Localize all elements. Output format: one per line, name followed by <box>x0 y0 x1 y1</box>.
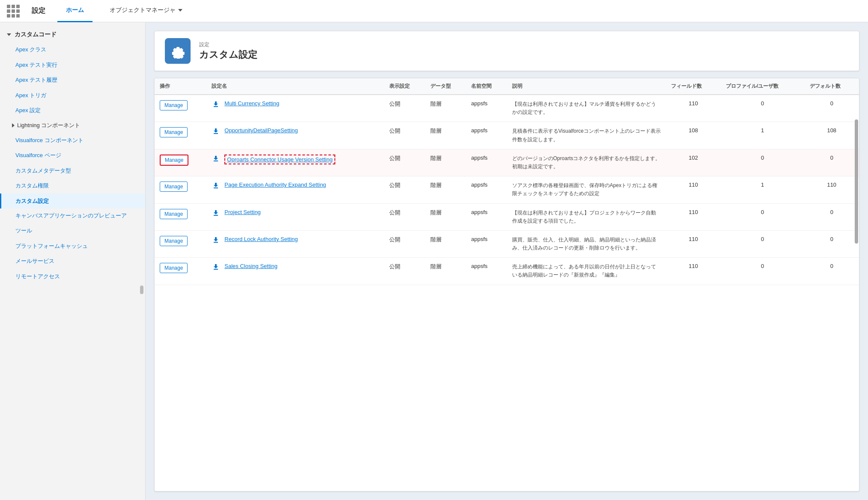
action-cell: Manage <box>155 122 206 149</box>
sidebar-item-tools[interactable]: ツール <box>0 223 145 238</box>
setting-name-link[interactable]: Page Execution Authority Expand Setting <box>224 182 326 188</box>
download-icon[interactable] <box>212 182 220 190</box>
sidebar-item-apex-trigger[interactable]: Apex トリガ <box>0 88 145 103</box>
sidebar-item-visualforce-component[interactable]: Visualforce コンポーネント <box>0 133 145 148</box>
fieldcount-cell: 110 <box>666 230 720 257</box>
col-visibility: 表示設定 <box>384 78 425 95</box>
datatype-cell: 階層 <box>425 203 466 230</box>
profilecount-cell: 0 <box>721 258 805 285</box>
action-cell: Manage <box>155 203 206 230</box>
manage-button[interactable]: Manage <box>160 209 188 219</box>
collapse-icon <box>12 123 15 128</box>
sidebar-item-visualforce-page[interactable]: Visualforce ページ <box>0 148 145 163</box>
datatype-cell: 階層 <box>425 149 466 176</box>
setting-name-link[interactable]: OpportunityDetailPageSetting <box>224 127 298 134</box>
name-cell: Sales Closing Setting <box>206 258 384 285</box>
defaultcount-cell: 0 <box>805 258 859 285</box>
sidebar-item-platform-cache[interactable]: プラットフォームキャッシュ <box>0 238 145 254</box>
datatype-cell: 階層 <box>425 230 466 257</box>
manage-button[interactable]: Manage <box>160 127 188 137</box>
manage-button[interactable]: Manage <box>160 100 188 110</box>
fieldcount-cell: 102 <box>666 149 720 176</box>
manage-button[interactable]: Manage <box>160 236 188 246</box>
sidebar-item-canvas-preview[interactable]: キャンバスアプリケーションのプレビューア <box>0 208 145 223</box>
fieldcount-cell: 110 <box>666 176 720 203</box>
scrollbar[interactable] <box>855 119 858 243</box>
col-namespace: 名前空間 <box>466 78 507 95</box>
table-row: ManageOproarts Connector Usage Version S… <box>155 149 859 176</box>
description-cell: 売上締め機能によって、ある年月以前の日付が計上日となっている納品明細レコードの『… <box>507 258 666 285</box>
fieldcount-cell: 110 <box>666 203 720 230</box>
col-name: 設定名 <box>206 78 384 95</box>
chevron-down-icon <box>178 9 182 12</box>
tab-home[interactable]: ホーム <box>57 0 92 22</box>
namespace-cell: appsfs <box>466 230 507 257</box>
defaultcount-cell: 0 <box>805 230 859 257</box>
main-container: カスタムコード Apex クラス Apex テスト実行 Apex テスト履歴 A… <box>0 22 868 500</box>
action-cell: Manage <box>155 95 206 122</box>
datatype-cell: 階層 <box>425 122 466 149</box>
page-icon <box>165 38 191 64</box>
apps-menu-button[interactable] <box>7 5 20 18</box>
download-icon[interactable] <box>212 209 220 217</box>
col-datatype: データ型 <box>425 78 466 95</box>
col-description: 説明 <box>507 78 666 95</box>
tab-object-manager[interactable]: オブジェクトマネージャ <box>101 0 191 22</box>
setting-name-link[interactable]: Oproarts Connector Usage Version Setting <box>224 155 335 164</box>
setting-name-link[interactable]: Record Lock Authority Setting <box>224 236 298 242</box>
name-cell: Multi Currency Setting <box>206 95 384 122</box>
visibility-cell: 公開 <box>384 203 425 230</box>
sidebar-item-apex-class[interactable]: Apex クラス <box>0 42 145 57</box>
namespace-cell: appsfs <box>466 176 507 203</box>
top-navigation: 設定 ホーム オブジェクトマネージャ <box>0 0 868 22</box>
sidebar: カスタムコード Apex クラス Apex テスト実行 Apex テスト履歴 A… <box>0 22 146 500</box>
download-icon[interactable] <box>212 236 220 244</box>
sidebar-item-lightning-component[interactable]: Lightning コンポーネント <box>0 118 145 133</box>
name-cell: Oproarts Connector Usage Version Setting <box>206 149 384 176</box>
settings-table-container: 操作 設定名 表示設定 データ型 名前空間 説明 フィールド数 プロファイル/ユ… <box>154 78 859 491</box>
manage-button[interactable]: Manage <box>160 155 188 166</box>
table-row: ManageOpportunityDetailPageSetting公開階層ap… <box>155 122 859 149</box>
defaultcount-cell: 0 <box>805 95 859 122</box>
sidebar-item-remote-access[interactable]: リモートアクセス <box>0 269 145 284</box>
sidebar-item-apex-settings[interactable]: Apex 設定 <box>0 103 145 118</box>
namespace-cell: appsfs <box>466 203 507 230</box>
namespace-cell: appsfs <box>466 258 507 285</box>
profilecount-cell: 1 <box>721 122 805 149</box>
sidebar-item-email-service[interactable]: メールサービス <box>0 253 145 269</box>
sidebar-item-apex-test-history[interactable]: Apex テスト履歴 <box>0 72 145 88</box>
sidebar-section-custom-code[interactable]: カスタムコード <box>0 27 145 42</box>
defaultcount-cell: 108 <box>805 122 859 149</box>
visibility-cell: 公開 <box>384 176 425 203</box>
page-header: 設定 カスタム設定 <box>154 31 859 71</box>
fieldcount-cell: 108 <box>666 122 720 149</box>
table-header-row: 操作 設定名 表示設定 データ型 名前空間 説明 フィールド数 プロファイル/ユ… <box>155 78 859 95</box>
sidebar-item-custom-metadata[interactable]: カスタムメタデータ型 <box>0 163 145 179</box>
name-cell: OpportunityDetailPageSetting <box>206 122 384 149</box>
download-icon[interactable] <box>212 100 220 109</box>
manage-button[interactable]: Manage <box>160 182 188 192</box>
action-cell: Manage <box>155 258 206 285</box>
sidebar-item-custom-settings[interactable]: カスタム設定 <box>0 193 145 209</box>
description-cell: どのバージョンのOproartsコネクタを利用するかを指定します。初期は未設定で… <box>507 149 666 176</box>
table-row: ManageMulti Currency Setting公開階層appsfs【現… <box>155 95 859 122</box>
table-row: ManageSales Closing Setting公開階層appsfs売上締… <box>155 258 859 285</box>
visibility-cell: 公開 <box>384 230 425 257</box>
name-cell: Page Execution Authority Expand Setting <box>206 176 384 203</box>
setting-name-link[interactable]: Multi Currency Setting <box>224 100 279 107</box>
description-cell: 購買、販売、仕入、仕入明細、納品、納品明細といった納品済み、仕入済みのレコードの… <box>507 230 666 257</box>
download-icon[interactable] <box>212 127 220 136</box>
table-row: ManageProject Setting公開階層appsfs【現在は利用されて… <box>155 203 859 230</box>
manage-button[interactable]: Manage <box>160 263 188 273</box>
content-area: 設定 カスタム設定 操作 設定名 表示設定 データ型 名前空間 説明 フィールド… <box>146 22 868 500</box>
page-header-text: 設定 カスタム設定 <box>199 41 257 61</box>
download-icon[interactable] <box>212 155 220 163</box>
setting-name-link[interactable]: Project Setting <box>224 209 261 215</box>
sidebar-item-apex-test-run[interactable]: Apex テスト実行 <box>0 57 145 73</box>
col-defaultcount: デフォルト数 <box>805 78 859 95</box>
download-icon[interactable] <box>212 263 220 271</box>
visibility-cell: 公開 <box>384 258 425 285</box>
setting-name-link[interactable]: Sales Closing Setting <box>224 263 277 269</box>
sidebar-item-custom-permissions[interactable]: カスタム権限 <box>0 178 145 193</box>
profilecount-cell: 0 <box>721 149 805 176</box>
